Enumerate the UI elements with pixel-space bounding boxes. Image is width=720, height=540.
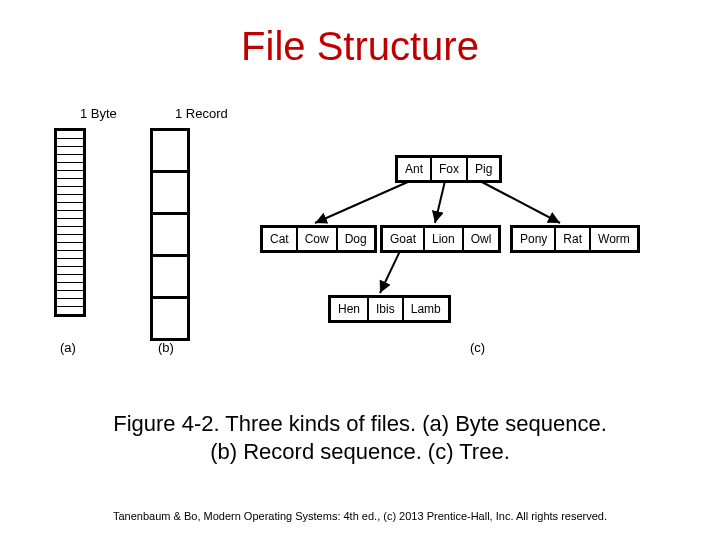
byte-cell bbox=[57, 131, 83, 139]
tree-node: Ant bbox=[398, 158, 432, 180]
tree-diagram: Ant Fox Pig Cat Cow Dog Goat Lion Owl Po… bbox=[260, 155, 680, 345]
record-sequence-column bbox=[150, 128, 190, 341]
byte-cell bbox=[57, 291, 83, 299]
byte-cell bbox=[57, 179, 83, 187]
label-1-byte: 1 Byte bbox=[80, 106, 117, 121]
tree-row-0: Ant Fox Pig bbox=[395, 155, 502, 183]
record-cell bbox=[153, 215, 187, 257]
byte-cell bbox=[57, 275, 83, 283]
figure-area: 1 Byte 1 Record bbox=[40, 100, 680, 380]
byte-cell bbox=[57, 163, 83, 171]
record-cell bbox=[153, 131, 187, 173]
svg-line-3 bbox=[380, 251, 400, 293]
svg-line-1 bbox=[435, 181, 445, 223]
tree-node: Worm bbox=[591, 228, 637, 250]
byte-cell bbox=[57, 235, 83, 243]
record-cell bbox=[153, 173, 187, 215]
byte-cell bbox=[57, 227, 83, 235]
byte-cell bbox=[57, 243, 83, 251]
tree-node: Pig bbox=[468, 158, 499, 180]
record-cell bbox=[153, 257, 187, 299]
tree-node: Dog bbox=[338, 228, 374, 250]
byte-cell bbox=[57, 251, 83, 259]
byte-cell bbox=[57, 299, 83, 307]
tree-node: Lamb bbox=[404, 298, 448, 320]
tree-node: Hen bbox=[331, 298, 369, 320]
tree-node: Cat bbox=[263, 228, 298, 250]
svg-line-0 bbox=[315, 181, 410, 223]
sublabel-b: (b) bbox=[158, 340, 174, 355]
tree-row-1b: Goat Lion Owl bbox=[380, 225, 501, 253]
tree-node: Rat bbox=[556, 228, 591, 250]
caption-line-1: Figure 4-2. Three kinds of files. (a) By… bbox=[113, 411, 607, 436]
label-1-record: 1 Record bbox=[175, 106, 228, 121]
tree-node: Pony bbox=[513, 228, 556, 250]
byte-cell bbox=[57, 147, 83, 155]
byte-cell bbox=[57, 203, 83, 211]
byte-cell bbox=[57, 195, 83, 203]
byte-cell bbox=[57, 187, 83, 195]
tree-row-1a: Cat Cow Dog bbox=[260, 225, 377, 253]
byte-cell bbox=[57, 211, 83, 219]
byte-cell bbox=[57, 155, 83, 163]
tree-node: Owl bbox=[464, 228, 499, 250]
byte-cell bbox=[57, 219, 83, 227]
tree-node: Lion bbox=[425, 228, 464, 250]
byte-cell bbox=[57, 267, 83, 275]
byte-cell bbox=[57, 139, 83, 147]
byte-cell bbox=[57, 307, 83, 317]
tree-node: Goat bbox=[383, 228, 425, 250]
tree-node: Cow bbox=[298, 228, 338, 250]
slide: File Structure 1 Byte 1 Record bbox=[0, 0, 720, 540]
tree-row-2: Hen Ibis Lamb bbox=[328, 295, 451, 323]
record-cell bbox=[153, 299, 187, 341]
tree-node: Fox bbox=[432, 158, 468, 180]
tree-node: Ibis bbox=[369, 298, 404, 320]
byte-cell bbox=[57, 283, 83, 291]
copyright-footer: Tanenbaum & Bo, Modern Operating Systems… bbox=[0, 510, 720, 522]
slide-title: File Structure bbox=[0, 24, 720, 69]
byte-cell bbox=[57, 259, 83, 267]
byte-sequence-column bbox=[54, 128, 86, 317]
byte-cell bbox=[57, 171, 83, 179]
tree-row-1c: Pony Rat Worm bbox=[510, 225, 640, 253]
figure-caption: Figure 4-2. Three kinds of files. (a) By… bbox=[0, 410, 720, 465]
svg-line-2 bbox=[480, 181, 560, 223]
caption-line-2: (b) Record sequence. (c) Tree. bbox=[210, 439, 510, 464]
sublabel-a: (a) bbox=[60, 340, 76, 355]
